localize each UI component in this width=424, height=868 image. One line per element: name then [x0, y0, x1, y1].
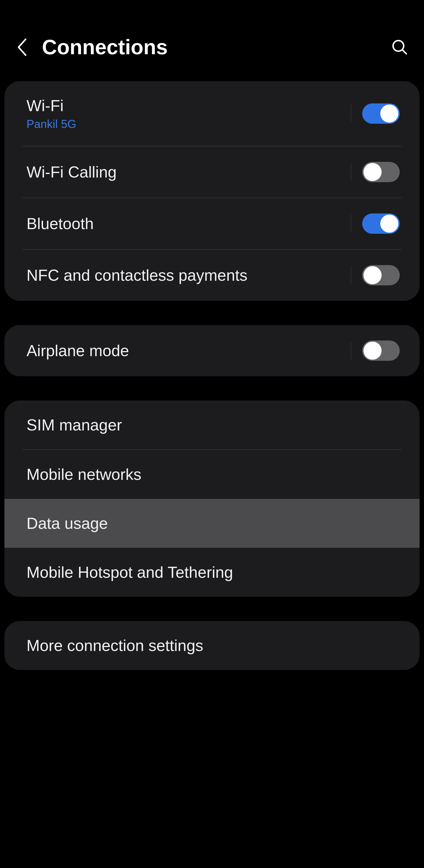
wifi-calling-row[interactable]: Wi-Fi Calling: [4, 147, 420, 197]
bluetooth-title: Bluetooth: [27, 215, 351, 232]
wifi-network: Pankil 5G: [27, 117, 351, 130]
nfc-title: NFC and contactless payments: [27, 266, 351, 284]
airplane-mode-title: Airplane mode: [27, 342, 351, 360]
more-connection-settings-row[interactable]: More connection settings: [4, 621, 420, 670]
wifi-toggle[interactable]: [362, 103, 400, 124]
wifi-calling-title: Wi-Fi Calling: [27, 163, 351, 181]
connections-group-1: Wi-Fi Pankil 5G Wi-Fi Calling Bluetooth: [4, 81, 420, 301]
divider: [351, 267, 351, 284]
divider: [351, 215, 351, 232]
divider: [351, 163, 351, 181]
header: Connections: [4, 0, 420, 81]
divider: [351, 105, 351, 122]
nfc-row[interactable]: NFC and contactless payments: [4, 250, 420, 301]
nfc-toggle[interactable]: [362, 265, 400, 285]
divider: [351, 342, 351, 360]
bluetooth-row[interactable]: Bluetooth: [4, 198, 420, 249]
wifi-title: Wi-Fi: [27, 97, 351, 115]
wifi-row[interactable]: Wi-Fi Pankil 5G: [4, 81, 420, 146]
mobile-networks-title: Mobile networks: [27, 465, 400, 484]
wifi-calling-toggle[interactable]: [362, 162, 400, 182]
sim-manager-title: SIM manager: [27, 416, 400, 434]
mobile-hotspot-row[interactable]: Mobile Hotspot and Tethering: [4, 548, 420, 597]
back-icon[interactable]: [16, 36, 29, 58]
bluetooth-toggle[interactable]: [362, 214, 400, 234]
connections-group-3: SIM manager Mobile networks Data usage M…: [4, 401, 420, 597]
more-connection-settings-title: More connection settings: [27, 637, 400, 654]
search-icon[interactable]: [391, 38, 408, 56]
sim-manager-row[interactable]: SIM manager: [4, 401, 420, 450]
data-usage-title: Data usage: [27, 514, 400, 532]
svg-line-1: [402, 50, 406, 54]
airplane-mode-row[interactable]: Airplane mode: [4, 325, 420, 376]
data-usage-row[interactable]: Data usage: [4, 499, 420, 548]
mobile-hotspot-title: Mobile Hotspot and Tethering: [27, 563, 400, 581]
page-title: Connections: [42, 35, 378, 59]
airplane-mode-toggle[interactable]: [362, 341, 400, 361]
connections-group-2: Airplane mode: [4, 325, 420, 376]
connections-group-4: More connection settings: [4, 621, 420, 670]
mobile-networks-row[interactable]: Mobile networks: [4, 450, 420, 499]
